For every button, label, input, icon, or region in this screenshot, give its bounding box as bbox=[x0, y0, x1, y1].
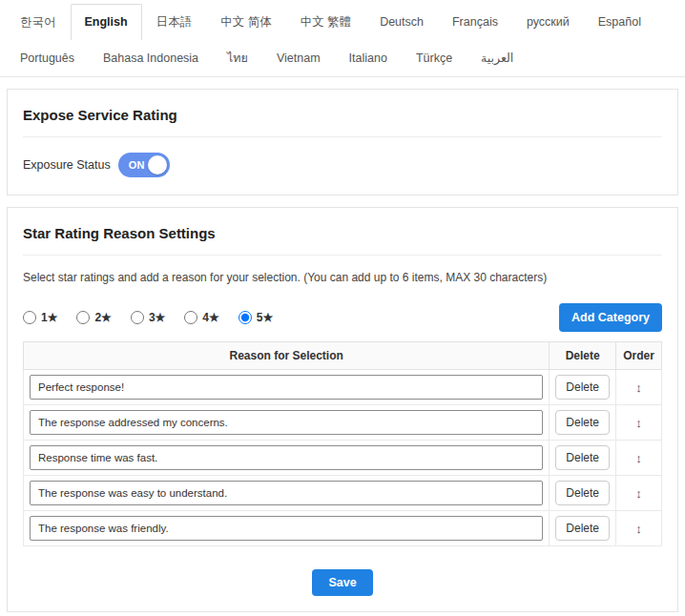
drag-order-icon[interactable]: ↕ bbox=[635, 416, 642, 430]
section-divider bbox=[23, 255, 662, 256]
delete-row-button[interactable]: Delete bbox=[555, 445, 610, 470]
language-tab-bar: 한국어 English 日本語 中文 简体 中文 繁體 Deutsch Fran… bbox=[0, 0, 685, 77]
expose-section-title: Expose Service Rating bbox=[23, 107, 662, 123]
exposure-status-label: Exposure Status bbox=[23, 158, 111, 172]
star-rating-radio-input[interactable] bbox=[184, 311, 197, 324]
star-rating-reason-card: Star Rating Reason Settings Select star … bbox=[7, 207, 678, 612]
table-row: Delete ↕ bbox=[24, 405, 662, 441]
drag-order-icon[interactable]: ↕ bbox=[635, 522, 642, 536]
add-category-button[interactable]: Add Category bbox=[559, 303, 662, 332]
language-tab[interactable]: русский bbox=[512, 4, 584, 40]
language-tab[interactable]: Vietnam bbox=[262, 40, 335, 76]
column-header-reason: Reason for Selection bbox=[24, 342, 550, 370]
language-tab-label: Português bbox=[20, 51, 74, 65]
star-rating-radio-group: 1★ 2★ 3★ 4★ 5★ bbox=[23, 311, 273, 324]
language-tab[interactable]: 日本語 bbox=[142, 4, 207, 40]
language-tab-label: العربية bbox=[481, 51, 513, 65]
column-header-order: Order bbox=[616, 342, 662, 370]
language-tab-label: 日本語 bbox=[156, 15, 193, 29]
reason-input[interactable] bbox=[30, 481, 543, 505]
star-rating-radio-option[interactable]: 1★ bbox=[23, 311, 57, 324]
star-rating-radio-option[interactable]: 3★ bbox=[131, 311, 165, 324]
star-rating-radio-label: 5★ bbox=[257, 311, 273, 324]
star-rating-radio-label: 2★ bbox=[94, 311, 111, 324]
reason-table: Reason for Selection Delete Order Delete… bbox=[23, 341, 662, 546]
delete-row-button[interactable]: Delete bbox=[555, 481, 610, 505]
language-tab-label: русский bbox=[527, 15, 570, 29]
language-tab[interactable]: Italiano bbox=[335, 40, 402, 76]
reason-table-head: Reason for Selection Delete Order bbox=[24, 342, 662, 370]
language-tab[interactable]: Türkçe bbox=[402, 40, 467, 76]
table-row: Delete ↕ bbox=[24, 511, 662, 546]
reason-input[interactable] bbox=[30, 516, 543, 541]
language-tab[interactable]: Português bbox=[6, 40, 89, 76]
drag-order-icon[interactable]: ↕ bbox=[635, 486, 642, 501]
reason-input[interactable] bbox=[30, 410, 543, 435]
language-tab[interactable]: Deutsch bbox=[365, 4, 438, 40]
language-tab[interactable]: 中文 繁體 bbox=[286, 4, 365, 40]
language-tab-label: English bbox=[85, 15, 128, 29]
reason-table-body: Delete ↕ Delete ↕ bbox=[24, 370, 662, 546]
reason-section-title: Star Rating Reason Settings bbox=[23, 225, 662, 241]
star-rating-radio-label: 4★ bbox=[202, 311, 218, 324]
language-tab-label: Türkçe bbox=[416, 51, 452, 65]
delete-row-button[interactable]: Delete bbox=[555, 375, 610, 400]
star-rating-radio-label: 3★ bbox=[149, 311, 165, 324]
star-rating-radio-input[interactable] bbox=[23, 311, 36, 324]
table-row: Delete ↕ bbox=[24, 370, 662, 405]
language-tab[interactable]: English bbox=[71, 4, 142, 40]
language-tab[interactable]: 中文 简体 bbox=[206, 4, 285, 40]
language-tab-label: Bahasa Indonesia bbox=[103, 51, 198, 65]
exposure-status-row: Exposure Status ON bbox=[23, 153, 662, 177]
language-tab[interactable]: Français bbox=[438, 4, 512, 40]
language-tab[interactable]: ไทย bbox=[213, 40, 262, 76]
language-tab-label: ไทย bbox=[227, 51, 248, 65]
toggle-knob-icon bbox=[148, 155, 167, 175]
rating-controls-row: 1★ 2★ 3★ 4★ 5★ bbox=[23, 303, 662, 332]
star-rating-radio-input[interactable] bbox=[239, 311, 252, 324]
language-tab-label: Deutsch bbox=[380, 15, 424, 29]
language-tab-label: Vietnam bbox=[277, 51, 321, 65]
reason-section-description: Select star ratings and add a reason for… bbox=[23, 271, 662, 284]
language-tab[interactable]: Bahasa Indonesia bbox=[89, 40, 213, 76]
section-divider bbox=[23, 136, 662, 137]
language-tab-label: Español bbox=[598, 15, 641, 29]
language-tab-label: Français bbox=[452, 15, 498, 29]
exposure-status-toggle[interactable]: ON bbox=[118, 153, 170, 177]
column-header-delete: Delete bbox=[550, 342, 616, 370]
toggle-on-label: ON bbox=[129, 159, 145, 171]
language-tab-label: 한국어 bbox=[20, 15, 56, 29]
drag-order-icon[interactable]: ↕ bbox=[635, 380, 642, 395]
language-tab[interactable]: Español bbox=[584, 4, 655, 40]
star-rating-radio-input[interactable] bbox=[131, 311, 144, 324]
reason-input[interactable] bbox=[30, 445, 543, 470]
table-row: Delete ↕ bbox=[24, 476, 662, 511]
language-tab[interactable]: 한국어 bbox=[6, 4, 71, 40]
star-rating-radio-input[interactable] bbox=[76, 311, 90, 324]
drag-order-icon[interactable]: ↕ bbox=[635, 451, 642, 465]
star-rating-radio-option[interactable]: 2★ bbox=[76, 311, 111, 324]
star-rating-radio-option[interactable]: 4★ bbox=[184, 311, 218, 324]
language-tab[interactable]: العربية bbox=[467, 40, 528, 76]
star-rating-radio-option[interactable]: 5★ bbox=[239, 311, 273, 324]
language-tab-label: 中文 繁體 bbox=[301, 15, 351, 29]
delete-row-button[interactable]: Delete bbox=[555, 516, 610, 541]
table-row: Delete ↕ bbox=[24, 441, 662, 476]
save-row: Save bbox=[23, 569, 662, 596]
delete-row-button[interactable]: Delete bbox=[555, 410, 610, 435]
language-tab-label: Italiano bbox=[349, 51, 387, 65]
reason-input[interactable] bbox=[30, 375, 543, 400]
expose-service-rating-card: Expose Service Rating Exposure Status ON bbox=[7, 89, 678, 195]
language-tab-label: 中文 简体 bbox=[220, 15, 271, 29]
star-rating-radio-label: 1★ bbox=[41, 311, 57, 324]
save-button[interactable]: Save bbox=[312, 569, 372, 596]
